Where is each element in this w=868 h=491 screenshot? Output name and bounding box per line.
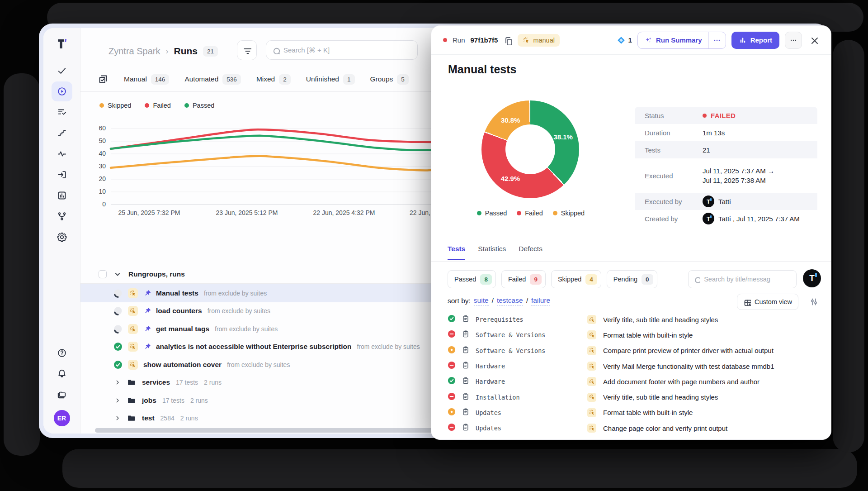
test-suite: Software & Versions bbox=[476, 331, 581, 338]
test-title: Format table with built-in style bbox=[603, 331, 824, 339]
detail-label: Duration bbox=[635, 129, 703, 137]
select-all-checkbox[interactable] bbox=[99, 270, 107, 278]
manual-icon bbox=[587, 330, 596, 339]
sidebar-item-import[interactable] bbox=[52, 165, 72, 185]
close-icon[interactable] bbox=[809, 35, 819, 45]
manual-icon bbox=[587, 408, 596, 417]
background-shape bbox=[4, 73, 40, 456]
tab-label: Manual bbox=[124, 75, 147, 83]
legend-item-failed[interactable]: Failed bbox=[145, 102, 171, 109]
diamond-icon bbox=[617, 36, 626, 45]
filter-chip-skipped[interactable]: Skipped4 bbox=[551, 270, 601, 288]
tab-groups[interactable]: Groups5 bbox=[370, 74, 409, 85]
filter-chip-passed[interactable]: Passed8 bbox=[448, 270, 496, 288]
tab-automated[interactable]: Automated536 bbox=[184, 74, 241, 85]
donut-label-skipped: 30.8% bbox=[501, 116, 520, 124]
sort-link-suite[interactable]: suite bbox=[474, 296, 489, 305]
folder-runs-count: 2 runs bbox=[180, 415, 198, 422]
folder-runs-count: 2 runs bbox=[190, 397, 208, 404]
test-row[interactable]: Software & VersionsFormat table with bui… bbox=[448, 327, 824, 343]
tab-manual[interactable]: Manual146 bbox=[124, 74, 169, 85]
tab-count: 536 bbox=[222, 74, 241, 85]
testcase-icon bbox=[462, 377, 470, 386]
insights-indicator[interactable]: 1 bbox=[617, 36, 632, 45]
tab-label: Automated bbox=[184, 75, 218, 83]
results-donut-chart: 38.1%42.9%30.8% bbox=[481, 100, 579, 198]
chevron-right-icon[interactable] bbox=[114, 397, 121, 404]
sort-link-failure[interactable]: failure bbox=[531, 296, 550, 305]
run-detail-header: Run 97f1b7f5 manual 1 Run Summary bbox=[431, 26, 831, 55]
user-avatar[interactable]: ER bbox=[54, 410, 70, 426]
status-passed-icon bbox=[113, 342, 123, 351]
detail-tab-statistics[interactable]: Statistics bbox=[478, 245, 506, 260]
donut-legend: PassedFailedSkipped bbox=[449, 210, 612, 217]
run-source: from exclude by suites bbox=[227, 361, 290, 368]
breadcrumb: Zyntra Spark › Runs 21 bbox=[108, 42, 218, 61]
legend-item-passed[interactable]: Passed bbox=[184, 102, 214, 109]
detail-tab-tests[interactable]: Tests bbox=[448, 245, 465, 260]
status-passed-icon bbox=[448, 377, 456, 386]
test-row[interactable]: HardwareVerify Mail Merge functionality … bbox=[448, 358, 824, 374]
manual-icon bbox=[587, 424, 596, 433]
sidebar-item-gear[interactable] bbox=[52, 227, 72, 247]
status-failed-icon bbox=[448, 361, 456, 371]
assistant-avatar[interactable]: T bbox=[803, 269, 821, 287]
chevron-down-icon[interactable] bbox=[114, 271, 121, 278]
sidebar-item-branch[interactable] bbox=[52, 206, 72, 226]
run-summary-more-button[interactable] bbox=[708, 32, 726, 48]
sidebar-item-chartbox[interactable] bbox=[52, 186, 72, 205]
run-id: 97f1b7f5 bbox=[471, 36, 498, 44]
sidebar-item-play[interactable] bbox=[52, 81, 72, 101]
custom-view-button[interactable]: Custom view bbox=[737, 294, 798, 310]
status-failed-icon bbox=[448, 423, 456, 433]
legend-item-skipped[interactable]: Skipped bbox=[99, 102, 131, 109]
search-input[interactable] bbox=[283, 46, 412, 54]
tests-search-input[interactable] bbox=[704, 276, 791, 283]
folder-icon bbox=[127, 378, 136, 387]
more-actions-button[interactable] bbox=[785, 32, 802, 49]
test-row[interactable]: HardwareAdd document footer with page nu… bbox=[448, 374, 824, 389]
testcase-icon bbox=[462, 423, 470, 433]
run-name: show automation cover bbox=[143, 361, 222, 369]
sidebar-item-folders[interactable] bbox=[52, 385, 72, 405]
filter-chip-pending[interactable]: Pending0 bbox=[607, 270, 657, 288]
sidebar-item-listcheck[interactable] bbox=[52, 102, 72, 122]
test-row[interactable]: UpdatesFormat table with built-in style bbox=[448, 405, 824, 420]
chip-count: 8 bbox=[480, 274, 492, 285]
copy-icon[interactable] bbox=[503, 36, 512, 45]
donut-legend-skipped: Skipped bbox=[553, 210, 585, 217]
test-row[interactable]: InstallationVerify title, sub title and … bbox=[448, 389, 824, 405]
test-row[interactable]: Software & VersionsCompare print preview… bbox=[448, 343, 824, 358]
breadcrumb-project[interactable]: Zyntra Spark bbox=[108, 46, 160, 57]
filter-button[interactable] bbox=[237, 40, 257, 60]
tab-mixed[interactable]: Mixed2 bbox=[256, 74, 291, 85]
chevron-right-icon[interactable] bbox=[114, 379, 121, 386]
sidebar-item-help[interactable] bbox=[52, 343, 72, 363]
donut-hole bbox=[505, 124, 555, 174]
detail-label: Executed by bbox=[635, 198, 703, 205]
test-row[interactable]: UpdatesChange page color and verify prin… bbox=[448, 420, 824, 436]
status-passed-icon bbox=[448, 315, 456, 324]
report-button[interactable]: Report bbox=[731, 32, 779, 49]
run-name: analytics is not accessible without Ente… bbox=[156, 343, 351, 351]
tab-count: 146 bbox=[151, 74, 170, 85]
folder-tests-count: 17 tests bbox=[176, 379, 198, 386]
detail-row: ExecutedJul 11, 2025 7:37 AM →Jul 11, 20… bbox=[635, 158, 817, 193]
filter-chip-failed[interactable]: Failed9 bbox=[501, 270, 546, 288]
test-title: Verify title, sub title and heading styl… bbox=[603, 393, 824, 401]
status-failed-icon bbox=[448, 330, 456, 340]
select-runs-icon[interactable] bbox=[98, 74, 108, 85]
divider bbox=[431, 261, 831, 262]
sliders-icon[interactable] bbox=[809, 297, 818, 306]
sort-link-testcase[interactable]: testcase bbox=[497, 296, 523, 305]
sidebar-item-pulse[interactable] bbox=[52, 144, 72, 164]
sidebar-item-bell[interactable] bbox=[52, 364, 72, 384]
sidebar-item-check[interactable] bbox=[52, 61, 72, 81]
chevron-right-icon[interactable] bbox=[114, 415, 121, 422]
detail-tab-defects[interactable]: Defects bbox=[519, 245, 542, 260]
run-summary-button[interactable]: Run Summary bbox=[638, 32, 708, 48]
tab-label: Unfinished bbox=[306, 75, 339, 83]
tab-unfinished[interactable]: Unfinished1 bbox=[306, 74, 355, 85]
test-row[interactable]: PrerequisitesVerify title, sub title and… bbox=[448, 312, 824, 327]
sidebar-item-steps[interactable] bbox=[52, 123, 72, 143]
